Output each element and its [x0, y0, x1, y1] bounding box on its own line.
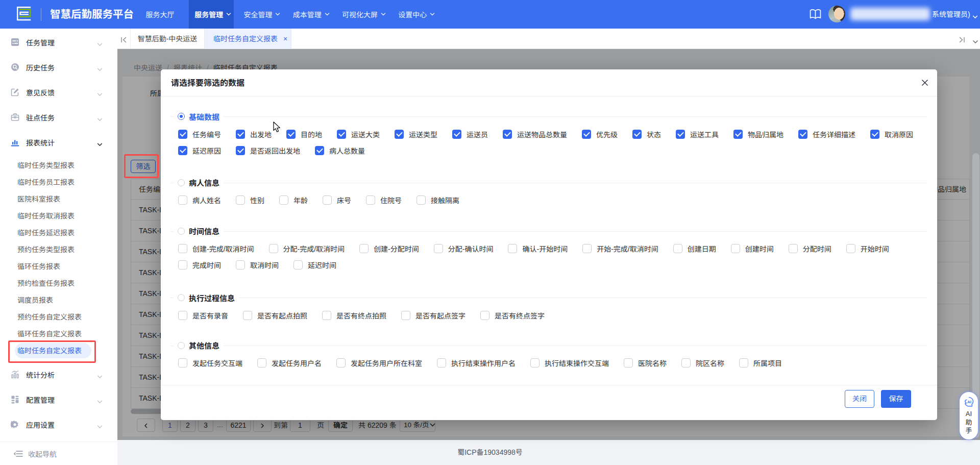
svg-text:AI: AI [967, 400, 971, 404]
